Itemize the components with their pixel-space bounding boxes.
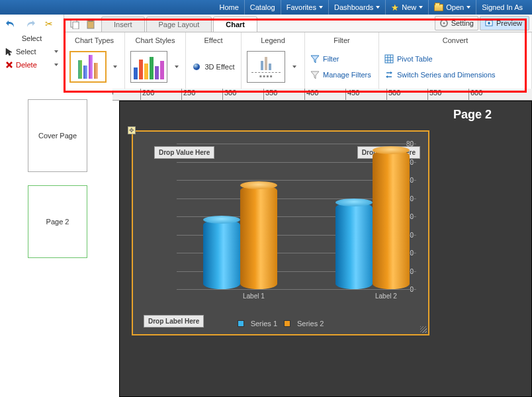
select-tool[interactable]: Select (4, 45, 60, 58)
page-title: Page 2 (453, 108, 492, 122)
svg-point-7 (488, 22, 490, 24)
legend-label: Series 1 (251, 320, 277, 328)
group-legend: Legend (247, 35, 299, 47)
tab-chart[interactable]: Chart (213, 17, 257, 32)
legend-label: Series 2 (297, 320, 324, 328)
chart-style-dropdown[interactable] (173, 51, 180, 83)
preview-icon (484, 19, 494, 28)
group-filter: Filter (310, 35, 373, 47)
chart-legend: Series 1Series 2 (133, 320, 428, 328)
group-effect: Effect (191, 35, 236, 47)
nav-new[interactable]: ★New (386, 0, 429, 15)
table-icon (384, 54, 394, 64)
nav-open[interactable]: Open (429, 0, 476, 15)
preview-button[interactable]: Preview (480, 16, 529, 30)
move-handle[interactable]: ✥ (128, 126, 136, 134)
chart-plot-area: Drop Value Here Drop Series Here 0102030… (138, 137, 423, 309)
nav-dashboards[interactable]: Dashboards (329, 0, 386, 15)
x-tick-label: Label 2 (375, 292, 397, 300)
funnel-icon (310, 54, 320, 64)
filter-button[interactable]: Filter (310, 52, 339, 66)
sphere-icon (192, 62, 201, 71)
ribbon-tabs: Insert Page Layout Chart Setting Preview (64, 15, 532, 32)
chart-style-thumb[interactable] (130, 51, 167, 83)
ribbon: Insert Page Layout Chart Setting Preview… (64, 15, 532, 89)
svg-rect-1 (73, 22, 79, 29)
page[interactable]: Page 2 ✥ Drop Value Here Drop Series Her… (119, 101, 532, 397)
page-thumbnails: Cover Page Page 2 (0, 89, 112, 397)
left-tool-panel: ✂ Select Select Delete (0, 15, 64, 89)
switch-series-button[interactable]: Switch Series and Dimensions (384, 68, 496, 81)
svg-point-5 (443, 22, 445, 24)
ribbon-groups: Chart Types Chart Styles (64, 32, 532, 89)
delete-tool[interactable]: Delete (4, 58, 60, 71)
bar-Series-1-Label-1[interactable] (203, 220, 240, 289)
legend-swatch (238, 320, 244, 327)
resize-handle[interactable] (420, 326, 427, 333)
canvas-area: 150200250300350400450500550600 Page 2 ✥ … (112, 89, 532, 397)
group-chart-types: Chart Types (69, 35, 119, 47)
bar-Series-2-Label-1[interactable] (240, 185, 277, 290)
thumb-page-2[interactable]: Page 2 (28, 185, 87, 258)
paste-icon[interactable] (85, 19, 96, 29)
nav-home[interactable]: Home (214, 0, 244, 15)
ribbon-area: ✂ Select Select Delete Insert Page Layou… (0, 15, 532, 89)
svg-point-8 (193, 64, 200, 70)
pivot-table-button[interactable]: Pivot Table (384, 52, 433, 66)
tab-insert[interactable]: Insert (101, 17, 145, 32)
legend-swatch (284, 320, 290, 327)
funnel-icon (310, 70, 320, 79)
delete-icon (5, 61, 13, 69)
thumb-cover-page[interactable]: Cover Page (28, 99, 87, 172)
redo-icon[interactable] (25, 19, 36, 29)
nav-favorites[interactable]: Favorites (281, 0, 329, 15)
star-icon: ★ (391, 3, 399, 13)
nav-catalog[interactable]: Catalog (245, 0, 281, 15)
top-nav: Home Catalog Favorites Dashboards ★New O… (0, 0, 532, 15)
horizontal-ruler: 150200250300350400450500550600 (112, 89, 532, 101)
bar-Series-1-Label-2[interactable] (335, 202, 373, 289)
chart-type-3d-bar[interactable] (69, 51, 107, 83)
cut-icon[interactable]: ✂ (45, 19, 53, 29)
gear-icon (439, 19, 449, 28)
workspace: Cover Page Page 2 1502002503003504004505… (0, 89, 532, 397)
folder-icon (434, 4, 443, 11)
legend-dropdown[interactable] (290, 51, 298, 83)
group-convert: Convert (384, 35, 526, 47)
3d-effect-button[interactable]: 3D Effect (192, 60, 234, 73)
group-chart-styles: Chart Styles (130, 35, 180, 47)
setting-button[interactable]: Setting (435, 16, 478, 30)
cursor-icon (5, 48, 13, 56)
chart-object[interactable]: ✥ Drop Value Here Drop Series Here 01020… (132, 130, 429, 335)
svg-rect-3 (89, 19, 93, 21)
copy-icon[interactable] (69, 19, 80, 29)
select-header: Select (4, 33, 60, 45)
legend-thumb[interactable]: ■ ■ ■ ■ (247, 51, 285, 83)
manage-filters-button[interactable]: Manage Filters (310, 68, 371, 81)
chart-type-dropdown[interactable] (112, 51, 119, 83)
switch-icon (384, 70, 394, 79)
x-tick-label: Label 1 (243, 292, 265, 300)
canvas[interactable]: Page 2 ✥ Drop Value Here Drop Series Her… (112, 101, 532, 397)
svg-rect-9 (385, 55, 393, 63)
tab-page-layout[interactable]: Page Layout (146, 17, 212, 32)
undo-icon[interactable] (5, 19, 16, 29)
nav-signed-in[interactable]: Signed In As (476, 0, 528, 15)
bar-Series-2-Label-2[interactable] (373, 150, 410, 289)
